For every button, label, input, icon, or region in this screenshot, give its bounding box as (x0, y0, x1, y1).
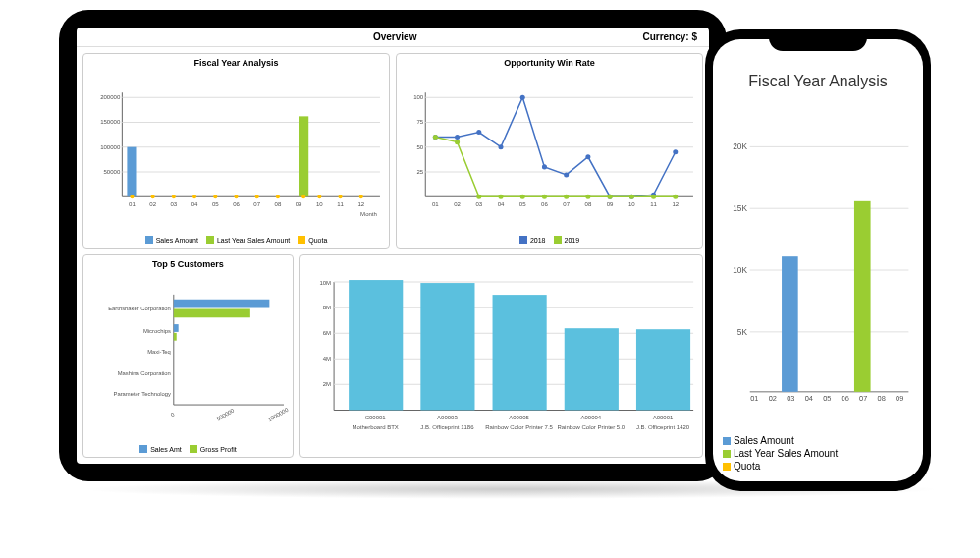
svg-point-69 (651, 195, 656, 199)
svg-point-49 (476, 130, 481, 135)
phone-chart-title: Fiscal Year Analysis (723, 73, 913, 90)
svg-point-22 (339, 195, 343, 198)
phone-fiscal-chart[interactable]: 20K 15K 10K 5K 010203040506070809 (723, 98, 913, 431)
svg-text:4M: 4M (323, 357, 331, 363)
svg-text:Earthshaker Corporation: Earthshaker Corporation (108, 307, 171, 312)
svg-text:Parameter Technology: Parameter Technology (114, 392, 171, 398)
svg-text:500000: 500000 (216, 408, 237, 422)
svg-point-12 (130, 195, 134, 198)
svg-point-65 (564, 195, 569, 199)
svg-text:08: 08 (585, 201, 592, 207)
svg-text:A00005: A00005 (509, 416, 529, 421)
svg-point-64 (542, 195, 547, 199)
svg-text:08: 08 (275, 201, 282, 207)
fiscal-year-chart[interactable]: 50000 100000 150000 200000 (87, 70, 385, 234)
svg-text:200000: 200000 (100, 94, 121, 100)
chart-title: Top 5 Customers (87, 259, 289, 269)
panel-opportunity: Opportunity Win Rate 25 50 75 100 (396, 53, 703, 249)
svg-point-14 (172, 195, 176, 198)
svg-text:Month: Month (360, 211, 377, 217)
svg-text:8M: 8M (323, 306, 331, 311)
svg-text:100000: 100000 (100, 144, 121, 150)
svg-text:09: 09 (296, 201, 302, 207)
chart-title: Fiscal Year Analysis (87, 58, 385, 68)
svg-point-58 (673, 149, 678, 154)
svg-point-62 (498, 195, 503, 199)
opportunity-chart[interactable]: 25 50 75 100 010203040506070809101112 (401, 70, 698, 234)
svg-text:50000: 50000 (104, 169, 121, 175)
svg-rect-10 (127, 147, 136, 197)
svg-text:Rainbow Color Printer 7.5: Rainbow Color Printer 7.5 (485, 425, 553, 431)
svg-rect-88 (174, 333, 177, 341)
fiscal-legend: Sales Amount Last Year Sales Amount Quot… (87, 236, 385, 244)
svg-text:100: 100 (413, 94, 424, 100)
svg-point-15 (192, 195, 196, 198)
svg-rect-133 (782, 256, 798, 392)
svg-text:12: 12 (357, 201, 364, 207)
svg-text:J.B. Officeprint 1420: J.B. Officeprint 1420 (636, 425, 690, 431)
svg-point-51 (520, 95, 525, 100)
svg-point-63 (520, 195, 525, 199)
svg-text:10: 10 (316, 201, 323, 207)
svg-text:03: 03 (787, 394, 794, 403)
panel-fiscal-year: Fiscal Year Analysis 50000 100000 1 (82, 53, 390, 249)
svg-rect-112 (565, 329, 619, 411)
svg-point-60 (455, 140, 460, 144)
svg-rect-86 (174, 309, 250, 318)
svg-text:02: 02 (454, 201, 461, 207)
svg-text:25: 25 (416, 169, 423, 175)
svg-text:20K: 20K (733, 141, 747, 151)
page-title: Overview (147, 31, 642, 42)
svg-text:10M: 10M (319, 281, 331, 287)
svg-point-61 (476, 195, 481, 199)
svg-point-21 (317, 195, 321, 198)
svg-text:09: 09 (607, 201, 614, 207)
tablet-screen: Overview Currency: $ Fiscal Year Analysi… (77, 28, 709, 464)
phone-screen: Fiscal Year Analysis 20K 15K 10K 5K 0102… (713, 39, 923, 481)
svg-text:03: 03 (475, 201, 482, 207)
svg-point-66 (585, 195, 590, 199)
tablet-header: Overview Currency: $ (77, 28, 709, 47)
svg-rect-109 (349, 281, 403, 411)
svg-text:01: 01 (129, 201, 136, 207)
chart-title: Opportunity Win Rate (401, 58, 698, 68)
top5-legend: Sales Amt Gross Profit (87, 445, 289, 453)
svg-text:150000: 150000 (100, 119, 121, 125)
svg-text:05: 05 (212, 201, 219, 207)
svg-point-67 (608, 195, 613, 199)
svg-point-18 (255, 195, 259, 198)
svg-point-54 (585, 154, 590, 159)
svg-text:02: 02 (769, 394, 777, 403)
svg-text:5K: 5K (737, 327, 748, 337)
svg-text:75: 75 (416, 119, 423, 125)
top5-chart[interactable]: Earthshaker Corporation Microchips Maxi-… (87, 271, 289, 443)
svg-point-59 (433, 135, 438, 140)
svg-text:0: 0 (170, 412, 176, 418)
svg-text:Maxi-Teq: Maxi-Teq (147, 350, 171, 356)
currency-label: Currency: $ (642, 31, 697, 42)
svg-text:2M: 2M (323, 382, 331, 388)
svg-rect-134 (854, 201, 871, 392)
svg-text:02: 02 (149, 201, 156, 207)
products-chart[interactable]: 2M 4M 6M 8M 10M C00001 (304, 259, 698, 453)
svg-text:Microchips: Microchips (143, 328, 171, 334)
svg-text:J.B. Officeprint 1186: J.B. Officeprint 1186 (420, 425, 474, 431)
svg-point-48 (455, 135, 460, 140)
svg-text:04: 04 (191, 201, 198, 207)
svg-point-52 (542, 164, 547, 169)
svg-text:05: 05 (519, 201, 526, 207)
svg-text:08: 08 (878, 394, 886, 403)
svg-text:50: 50 (416, 144, 423, 150)
svg-text:04: 04 (805, 394, 813, 403)
tablet-frame: Overview Currency: $ Fiscal Year Analysi… (59, 10, 727, 481)
svg-text:10K: 10K (733, 265, 747, 275)
svg-point-53 (564, 172, 569, 177)
svg-text:C00001: C00001 (365, 416, 387, 421)
svg-point-70 (673, 195, 678, 199)
svg-text:06: 06 (541, 201, 548, 207)
svg-text:07: 07 (859, 394, 867, 403)
svg-point-16 (213, 195, 217, 198)
svg-text:Rainbow Color Printer 5.0: Rainbow Color Printer 5.0 (557, 425, 625, 431)
svg-point-17 (234, 195, 238, 198)
svg-text:07: 07 (563, 201, 570, 207)
